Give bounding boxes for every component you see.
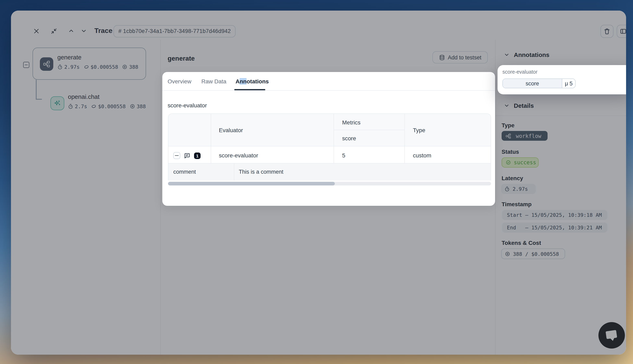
cell-type: custom [413, 152, 431, 158]
add-to-testset-label: Add to testset [448, 54, 481, 60]
timer-icon [57, 64, 63, 70]
delete-trace-button[interactable] [600, 25, 614, 38]
tree-node-stats: 2.7s $0.000558 388 [68, 103, 146, 110]
column-header-type: Type [413, 127, 425, 134]
tree-connector [36, 80, 36, 99]
page-title: Trace [94, 27, 112, 35]
minus-icon [25, 65, 28, 65]
chevron-up-icon [68, 28, 74, 34]
status-value: success [514, 160, 536, 166]
chevron-down-icon [504, 103, 509, 108]
column-header-evaluator: Evaluator [219, 127, 243, 134]
comment-value: This is a comment [239, 169, 283, 175]
toggle-sidepanel-button[interactable] [617, 25, 626, 38]
details-divider [495, 116, 626, 116]
tree-node-title: generate [57, 54, 81, 60]
minimize-icon [51, 28, 57, 34]
timer-icon [504, 186, 510, 192]
tree-connector [36, 99, 42, 100]
evaluator-section-title: score-evaluator [168, 102, 207, 108]
type-value: workflow [516, 133, 541, 139]
tree-node-title[interactable]: openai.chat [68, 93, 100, 100]
trace-id-badge[interactable]: # 1cbb70e7-34a1-7bb7-3498-771b7d46d942 [114, 25, 236, 38]
span-detail-card: Overview Raw Data Annotations score-eval… [162, 72, 495, 206]
annotation-popup: score-evaluator score μ 5 [498, 65, 626, 94]
latency-value: 2.97s [512, 186, 528, 192]
add-to-testset-button[interactable]: Add to testset [432, 51, 488, 64]
right-panel-divider [495, 40, 496, 355]
column-header-score: score [342, 135, 356, 142]
latency-value: 2.97s [64, 64, 80, 70]
tokens-icon [505, 251, 510, 256]
chat-fab-button[interactable] [598, 322, 625, 348]
cost-value: $0.000558 [98, 103, 126, 110]
annotation-evaluator-label: score-evaluator [502, 69, 538, 75]
comment-row: comment This is a comment [168, 163, 490, 180]
coin-icon [84, 64, 89, 70]
details-section-header[interactable]: Details [504, 102, 534, 109]
metrics-subheader-divider [334, 130, 404, 130]
tab-raw-data[interactable]: Raw Data [201, 78, 226, 84]
workflow-icon [40, 57, 53, 71]
score-metric-control[interactable]: score μ 5 [502, 78, 576, 88]
status-badge: success [502, 158, 538, 168]
active-tab-underline [234, 89, 265, 90]
trace-modal: Trace # 1cbb70e7-34a1-7bb7-3498-771b7d46… [11, 10, 626, 355]
cell-evaluator: score-evaluator [219, 152, 258, 158]
comment-cell-divider [234, 164, 234, 180]
scrollbar-thumb[interactable] [168, 182, 335, 186]
table-header [168, 114, 490, 146]
column-header-metrics: Metrics [342, 119, 360, 126]
timestamp-start: Start – 15/05/2025, 10:39:18 AM [502, 210, 607, 220]
trash-icon [604, 28, 610, 34]
tokens-value: 388 [137, 103, 146, 110]
chat-bubble-icon [598, 322, 625, 348]
type-label: Type [502, 122, 514, 128]
workflow-icon [506, 133, 511, 138]
minus-icon [175, 155, 178, 156]
check-circle-icon [506, 160, 511, 165]
timestamp-label: Timestamp [502, 201, 532, 208]
tokens-value: 388 [129, 64, 138, 70]
comment-key: comment [173, 169, 196, 175]
tab-label-part: A [236, 78, 240, 84]
next-span-button[interactable] [78, 26, 89, 36]
sparkles-icon[interactable] [50, 96, 64, 110]
cost-value: $0.000558 [90, 64, 118, 70]
tokens-cost-value: 388 / $0.000558 [513, 251, 559, 257]
annotations-header-label: Annotations [514, 51, 550, 58]
horizontal-scrollbar[interactable] [168, 182, 491, 186]
cell-score: 5 [342, 152, 346, 158]
table-row-controls: 1 [173, 152, 200, 159]
app-background: Trace # 1cbb70e7-34a1-7bb7-3498-771b7d46… [0, 0, 633, 364]
type-badge: workflow [502, 131, 548, 141]
tab-annotations[interactable]: Annotations [236, 78, 269, 84]
tokens-icon [130, 104, 135, 109]
tokens-cost-label: Tokens & Cost [502, 240, 541, 246]
row-checkbox[interactable] [173, 152, 180, 159]
tab-overview[interactable]: Overview [168, 78, 192, 84]
close-icon [33, 28, 39, 34]
tokens-cost-badge: 388 / $0.000558 [501, 248, 565, 259]
comment-count-badge: 1 [194, 152, 200, 159]
tab-label-part: otations [246, 78, 269, 84]
chevron-down-icon [504, 52, 509, 57]
span-title: generate [168, 55, 195, 62]
latency-label: Latency [502, 175, 523, 182]
comment-icon[interactable] [184, 152, 190, 159]
tree-panel-divider [160, 40, 161, 355]
details-header-label: Details [514, 102, 534, 109]
coin-icon [91, 104, 96, 109]
tree-collapse-toggle[interactable] [23, 62, 29, 68]
tokens-icon [122, 64, 128, 70]
latency-value: 2.7s [75, 103, 87, 110]
close-button[interactable] [31, 26, 42, 36]
chevron-down-icon [81, 28, 87, 34]
tabbar-divider [162, 90, 495, 91]
metric-name[interactable]: score [503, 79, 562, 88]
annotations-section-header[interactable]: Annotations [504, 51, 550, 58]
minimize-button[interactable] [48, 26, 59, 36]
prev-span-button[interactable] [66, 26, 76, 36]
timestamp-end: End – 15/05/2025, 10:39:21 AM [502, 222, 607, 233]
tree-node-stats: 2.97s $0.000558 388 [57, 64, 138, 70]
